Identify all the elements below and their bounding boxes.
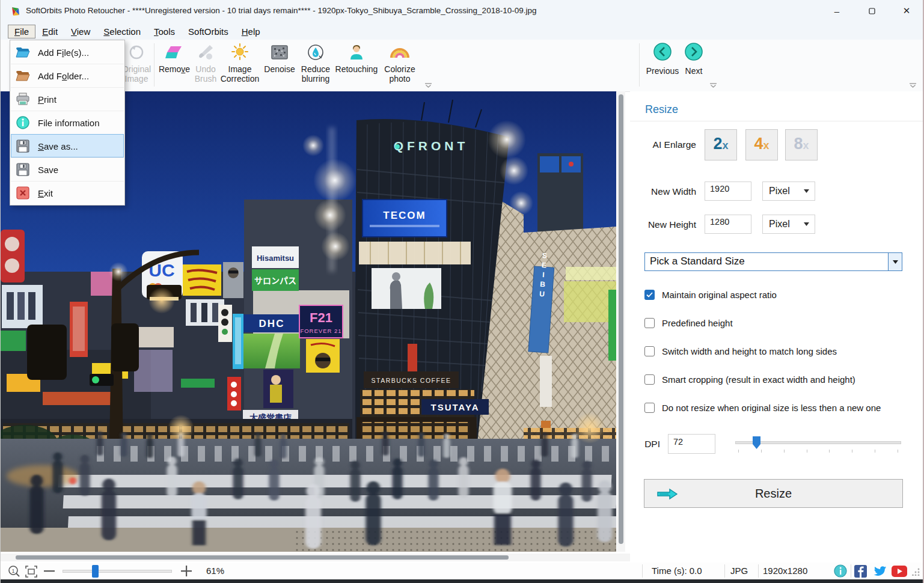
- zoom-slider[interactable]: [63, 570, 172, 573]
- status-bar: 1 61% Time (s): 0.0 JPG 1920x1280: [1, 563, 923, 579]
- f21-text: F21: [310, 310, 332, 325]
- toolbar-button-undo-brush[interactable]: Undo Brush: [192, 42, 219, 89]
- close-button[interactable]: ✕: [893, 0, 920, 22]
- menu-item-print[interactable]: Print: [11, 87, 124, 111]
- menu-tools[interactable]: Tools: [147, 25, 182, 38]
- f21-sign: F21 FOREVER 21: [299, 305, 343, 338]
- menu-selection[interactable]: Selection: [97, 25, 147, 38]
- previous-button[interactable]: Previous: [645, 42, 680, 76]
- ai-enlarge-4x-button[interactable]: 4x: [745, 129, 778, 160]
- menu-view[interactable]: View: [64, 25, 97, 38]
- option-switch-width-height[interactable]: Switch width and height to match long si…: [644, 345, 837, 357]
- next-icon: [684, 42, 703, 61]
- checkbox-unchecked[interactable]: [644, 318, 655, 328]
- checkbox-unchecked[interactable]: [644, 374, 655, 385]
- window-title: SoftOrbits Photo Retoucher - ****Unregis…: [26, 6, 536, 15]
- zoom-slider-thumb[interactable]: [92, 565, 99, 578]
- dhc-signs: DHC: [243, 314, 300, 368]
- menu-item-exit[interactable]: Exit: [11, 181, 124, 204]
- new-height-input[interactable]: [705, 215, 751, 234]
- minimize-button[interactable]: –: [823, 0, 851, 22]
- new-width-input[interactable]: [705, 182, 751, 201]
- rainbow-icon: [390, 42, 410, 63]
- next-button[interactable]: Next: [682, 42, 706, 76]
- divider: [851, 564, 851, 578]
- app-window: SoftOrbits Photo Retoucher - ****Unregis…: [0, 0, 924, 583]
- menu-item-save[interactable]: Save: [11, 157, 124, 181]
- toolbar-overflow-icon[interactable]: [710, 83, 717, 88]
- option-smart-cropping[interactable]: Smart cropping (result in exact width an…: [644, 373, 855, 385]
- facebook-icon[interactable]: [854, 565, 867, 578]
- time-status: Time (s): 0.0: [652, 566, 702, 576]
- horizontal-scrollbar[interactable]: [1, 554, 630, 561]
- divider: [642, 564, 643, 578]
- file-menu-dropdown: Add File(s)... Add Folder... Print File …: [10, 40, 125, 206]
- option-maintain-aspect-ratio[interactable]: Maintain original aspect ratio: [644, 288, 777, 301]
- floppy-disk-icon: [15, 162, 31, 177]
- resize-button[interactable]: Resize: [644, 479, 903, 508]
- youtube-icon[interactable]: [892, 566, 907, 577]
- toolbar-button-denoise[interactable]: Denoise: [263, 42, 296, 89]
- format-status: JPG: [730, 566, 748, 576]
- hisamitsu-sign: Hisamitsu: [257, 254, 294, 263]
- toolbar-button-colorize-photo[interactable]: Colorize photo: [380, 42, 420, 89]
- resize-grip[interactable]: [912, 567, 920, 576]
- ai-enlarge-8x-button[interactable]: 8x: [785, 129, 818, 160]
- sun-icon: [230, 42, 249, 63]
- checkbox-unchecked[interactable]: [644, 346, 655, 356]
- option-do-not-resize[interactable]: Do not resize when original size is less…: [644, 401, 881, 414]
- menu-item-add-folder[interactable]: Add Folder...: [11, 64, 124, 87]
- floppy-disk-icon: [15, 139, 31, 153]
- dropdown-button[interactable]: [888, 253, 902, 270]
- menu-help[interactable]: Help: [235, 25, 267, 38]
- divider: [758, 564, 759, 578]
- starbucks-sign: STARBUCKS COFFEE: [372, 377, 451, 384]
- toolbar-button-image-correction[interactable]: Image Correction: [219, 42, 261, 89]
- printer-icon: [15, 92, 31, 106]
- dpi-slider-thumb[interactable]: [753, 436, 760, 449]
- height-unit-dropdown[interactable]: Pixel: [762, 215, 815, 234]
- vertical-scrollbar[interactable]: [617, 91, 625, 552]
- ai-enlarge-2x-button[interactable]: 2x: [705, 129, 737, 160]
- maximize-button[interactable]: [858, 0, 886, 22]
- toolbar-overflow-icon[interactable]: [910, 83, 916, 88]
- menu-item-add-files[interactable]: Add File(s)...: [11, 41, 124, 64]
- dpi-input[interactable]: [668, 434, 715, 454]
- option-predefined-height[interactable]: Predefined height: [644, 317, 733, 329]
- toolbar-button-retouching[interactable]: Retouching: [335, 42, 378, 89]
- dhc-sign: DHC: [259, 318, 285, 329]
- menu-file[interactable]: File: [8, 25, 35, 38]
- menu-edit[interactable]: Edit: [35, 25, 64, 38]
- menu-item-save-as[interactable]: Save as...: [11, 134, 124, 157]
- fit-to-window-icon[interactable]: [25, 565, 38, 578]
- checkbox-checked[interactable]: [644, 290, 655, 300]
- window-bottom-edge: [1, 579, 923, 583]
- maximize-icon: [869, 8, 875, 14]
- width-unit-dropdown[interactable]: Pixel: [762, 182, 815, 201]
- toolbar-button-reduce-blurring[interactable]: Reduce blurring: [298, 42, 333, 89]
- toolbar-overflow-icon[interactable]: [425, 83, 432, 88]
- panel-title: Resize: [645, 103, 678, 116]
- menu-softorbits[interactable]: SoftOrbits: [182, 25, 235, 38]
- standard-size-dropdown[interactable]: Pick a Standard Size: [644, 252, 902, 271]
- vertical-scrollbar-thumb[interactable]: [619, 94, 623, 544]
- droplet-circle-icon: [306, 42, 325, 63]
- menu-bar: File Edit View Selection Tools SoftOrbit…: [1, 23, 923, 40]
- qfront-building: QFRONT TECOM STARBUCKS COFFEE: [354, 100, 509, 460]
- checkbox-unchecked[interactable]: [644, 403, 655, 413]
- zoom-in-button[interactable]: [181, 566, 192, 576]
- svg-text:1: 1: [11, 568, 14, 574]
- info-icon[interactable]: [834, 564, 847, 578]
- resize-panel: Resize AI Enlarge 2x 4x 8x New Width Pix…: [630, 91, 924, 563]
- eraser-icon: [165, 42, 184, 63]
- brush-icon: [197, 42, 215, 63]
- toolbar-button-remove[interactable]: Remove: [156, 42, 192, 89]
- menu-item-file-information[interactable]: File information: [11, 111, 124, 134]
- dpi-slider-ticks: [738, 450, 898, 453]
- title-bar: SoftOrbits Photo Retoucher - ****Unregis…: [1, 0, 923, 23]
- zoom-actual-size-icon[interactable]: 1: [8, 565, 21, 578]
- chevron-down-icon: [804, 222, 809, 226]
- twitter-icon[interactable]: [872, 565, 887, 578]
- zoom-out-button[interactable]: [44, 570, 55, 572]
- horizontal-scrollbar-thumb[interactable]: [16, 555, 509, 560]
